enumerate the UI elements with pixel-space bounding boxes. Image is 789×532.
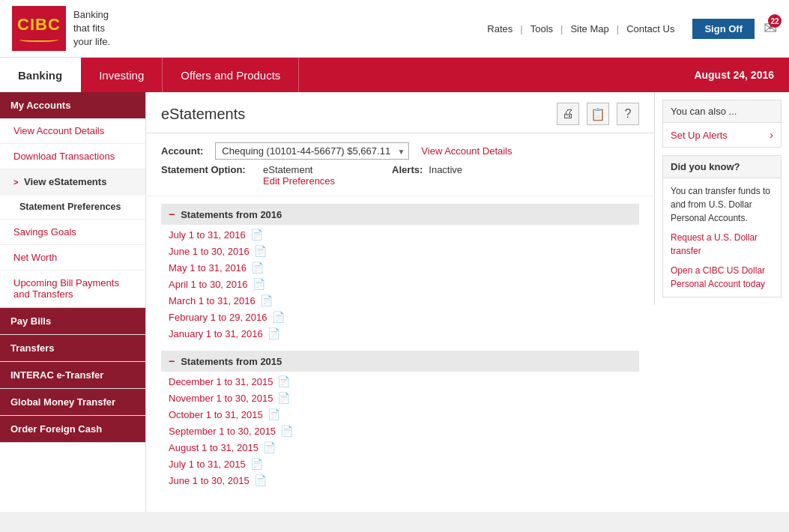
collapse-2015-button[interactable]: − (169, 355, 175, 367)
pdf-icon: 📄 (250, 229, 263, 241)
pdf-icon: 📄 (253, 278, 265, 290)
clipboard-icon[interactable]: 📋 (587, 103, 609, 125)
sidebar-section-transfers[interactable]: Transfers (0, 335, 145, 361)
tab-offers[interactable]: Offers and Products (163, 58, 299, 92)
sign-off-button[interactable]: Sign Off (692, 19, 755, 39)
you-can-also-panel: You can also ... Set Up Alerts › (662, 100, 782, 148)
sidebar-section-my-accounts[interactable]: My Accounts (0, 92, 145, 118)
help-icon[interactable]: ? (617, 103, 639, 125)
sidebar-section-foreign-cash[interactable]: Order Foreign Cash (0, 416, 145, 442)
panel-arrow-icon: › (770, 129, 773, 141)
page-title: eStatements (161, 106, 245, 123)
edit-preferences-link[interactable]: Edit Preferences (263, 175, 335, 187)
account-row: Account: Chequing (10101-44-56677) $5,66… (161, 142, 639, 160)
stmt-link-2015-6[interactable]: June 1 to 30, 2015📄 (161, 472, 274, 489)
content-wrapper: eStatements 🖨 📋 ? Account: Chequing (101… (146, 92, 789, 512)
sidebar-item-savings-goals[interactable]: Savings Goals (0, 220, 145, 245)
stmt-link-2016-0[interactable]: July 1 to 31, 2016📄 (161, 226, 270, 243)
stmt-link-2016-6[interactable]: January 1 to 31, 2016📄 (161, 325, 288, 342)
nav-bar: Banking Investing Offers and Products Au… (0, 58, 789, 92)
cibc-logo: CIBC (12, 6, 66, 51)
sidebar-section-global-money[interactable]: Global Money Transfer (0, 389, 145, 415)
nav-date: August 24, 2016 (694, 58, 789, 92)
top-links: Rates | Tools | Site Map | Contact Us (480, 23, 682, 34)
content-header: eStatements 🖨 📋 ? (146, 92, 654, 133)
mail-icon[interactable]: ✉ 22 (764, 19, 777, 38)
logo-text: CIBC (17, 15, 61, 34)
statements-list-2015: December 1 to 31, 2015📄 November 1 to 30… (161, 373, 639, 489)
pdf-icon: 📄 (254, 245, 267, 257)
pdf-icon: 📄 (263, 441, 276, 453)
pdf-icon: 📄 (277, 392, 290, 404)
logo-wave (19, 36, 58, 42)
pdf-icon: 📄 (280, 425, 293, 437)
sidebar-interac: INTERAC e-Transfer (0, 362, 145, 389)
sidebar-item-statement-preferences[interactable]: Statement Preferences (0, 195, 145, 220)
open-account-link[interactable]: Open a CIBC US Dollar Personal Account t… (671, 265, 765, 289)
sidebar-section-interac[interactable]: INTERAC e-Transfer (0, 362, 145, 388)
did-you-know-header: Did you know? (663, 156, 781, 178)
arrow-icon: > (13, 178, 18, 187)
stmt-link-2015-3[interactable]: September 1 to 30, 2015📄 (161, 423, 300, 439)
middle-column: eStatements 🖨 📋 ? Account: Chequing (101… (146, 92, 654, 505)
request-transfer-link[interactable]: Request a U.S. Dollar transfer (671, 231, 773, 258)
pdf-icon: 📄 (267, 327, 280, 339)
statement-option-value: eStatement (263, 164, 313, 175)
stmt-link-2015-4[interactable]: August 1 to 31, 2015📄 (161, 439, 283, 456)
toolbar-icons: 🖨 📋 ? (557, 103, 639, 125)
logo-area: CIBC Banking that fits your life. (12, 6, 110, 51)
stmt-link-2015-1[interactable]: November 1 to 30, 2015📄 (161, 390, 297, 406)
group-header-2016: − Statements from 2016 (161, 204, 639, 225)
statements-area: − Statements from 2016 July 1 to 31, 201… (146, 196, 654, 505)
set-up-alerts-link[interactable]: Set Up Alerts › (663, 123, 781, 147)
did-you-know-panel: Did you know? You can transfer funds to … (662, 155, 782, 297)
tab-investing[interactable]: Investing (81, 58, 163, 92)
main-layout: My Accounts View Account Details Downloa… (0, 92, 789, 512)
group-header-2015: − Statements from 2015 (161, 351, 639, 372)
pdf-icon: 📄 (260, 294, 273, 306)
sidebar-foreign-cash: Order Foreign Cash (0, 416, 145, 443)
you-can-also-header: You can also ... (663, 100, 781, 123)
account-bar: Account: Chequing (10101-44-56677) $5,66… (146, 133, 654, 196)
account-select[interactable]: Chequing (10101-44-56677) $5,667.11 (215, 142, 409, 160)
account-label: Account: (161, 145, 203, 157)
stmt-link-2015-2[interactable]: October 1 to 31, 2015📄 (161, 406, 288, 423)
sidebar-pay-bills: Pay Bills (0, 308, 145, 335)
pdf-icon: 📄 (251, 262, 264, 273)
sidebar-item-net-worth[interactable]: Net Worth (0, 245, 145, 270)
stmt-link-2016-4[interactable]: March 1 to 31, 2016📄 (161, 292, 280, 309)
right-panel: You can also ... Set Up Alerts › Did you… (654, 92, 789, 305)
account-select-wrapper: Chequing (10101-44-56677) $5,667.11 ▼ (215, 142, 409, 160)
print-icon[interactable]: 🖨 (557, 103, 579, 125)
stmt-link-2015-0[interactable]: December 1 to 31, 2015📄 (161, 373, 297, 390)
tools-link[interactable]: Tools (523, 23, 560, 34)
mail-badge: 22 (768, 14, 782, 28)
top-bar: CIBC Banking that fits your life. Rates … (0, 0, 789, 58)
alerts-section: Alerts: Inactive (392, 164, 462, 175)
logo-tagline: Banking that fits your life. (73, 8, 110, 49)
stmt-link-2016-3[interactable]: April 1 to 30, 2016📄 (161, 276, 273, 292)
sidebar-item-view-estatements[interactable]: > View eStatements (0, 169, 145, 195)
sidebar-global-money: Global Money Transfer (0, 389, 145, 416)
did-you-know-body: You can transfer funds to and from U.S. … (663, 178, 781, 297)
rates-link[interactable]: Rates (480, 23, 520, 34)
statement-option-label: Statement Option: (161, 164, 251, 175)
stmt-link-2016-5[interactable]: February 1 to 29, 2016📄 (161, 309, 292, 325)
sidebar-section-pay-bills[interactable]: Pay Bills (0, 308, 145, 334)
collapse-2016-button[interactable]: − (169, 208, 175, 220)
sidebar-item-download-transactions[interactable]: Download Transactions (0, 144, 145, 169)
alerts-label: Alerts: (392, 164, 423, 175)
view-account-details-link[interactable]: View Account Details (421, 145, 512, 157)
sidebar-item-upcoming-bill-payments[interactable]: Upcoming Bill Payments and Transfers (0, 270, 145, 307)
contact-us-link[interactable]: Contact Us (619, 23, 682, 34)
stmt-link-2016-2[interactable]: May 1 to 31, 2016📄 (161, 259, 271, 276)
alerts-value: Inactive (429, 164, 462, 175)
stmt-link-2016-1[interactable]: June 1 to 30, 2016📄 (161, 243, 274, 259)
sidebar-item-view-account-details[interactable]: View Account Details (0, 118, 145, 144)
statements-list-2016: July 1 to 31, 2016📄 June 1 to 30, 2016📄 … (161, 226, 639, 342)
site-map-link[interactable]: Site Map (563, 23, 616, 34)
stmt-link-2015-5[interactable]: July 1 to 31, 2015📄 (161, 456, 270, 472)
tab-banking[interactable]: Banking (0, 58, 81, 92)
sidebar-transfers: Transfers (0, 335, 145, 362)
pdf-icon: 📄 (267, 408, 280, 420)
